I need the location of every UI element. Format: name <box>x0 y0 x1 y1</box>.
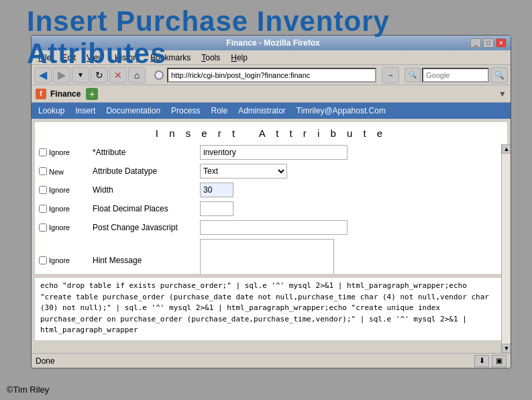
ignore-cell-2: New <box>35 162 89 181</box>
nav-tabs: Lookup Insert Documentation Process Role… <box>32 103 511 119</box>
ignore-checkbox-5[interactable] <box>39 223 47 232</box>
table-row: New Attribute Datatype Text Number Date … <box>35 162 507 181</box>
field-input-width <box>196 181 507 199</box>
status-icon-1[interactable]: ⬇ <box>474 355 489 367</box>
right-scrollbar: ▲ ▼ <box>501 144 511 353</box>
field-input-datatype: Text Number Date Boolean <box>196 162 507 181</box>
ignore-cell-6: Ignore <box>35 237 89 274</box>
page-title: Insert Purchase Inventory Attributes <box>27 5 532 70</box>
field-input-javascript <box>196 218 507 237</box>
ignore-checkbox-6[interactable] <box>39 256 47 264</box>
field-label-float: Float Decimal Places <box>89 199 196 218</box>
float-input[interactable] <box>200 201 233 216</box>
finance-bar-arrow[interactable]: ▼ <box>498 89 507 99</box>
form-title: I n s e r t A t t r i b u t e <box>35 122 507 143</box>
ignore-checkbox-4[interactable] <box>39 205 47 213</box>
console-area: echo "drop table if exists purchase_orde… <box>34 277 508 341</box>
status-icons: ⬇ ▣ <box>474 355 507 367</box>
status-bar: Done ⬇ ▣ <box>32 353 511 368</box>
finance-label: Finance <box>50 89 81 99</box>
ignore-label-6: Ignore <box>49 256 70 264</box>
status-text: Done <box>36 356 55 366</box>
field-label-width: Width <box>89 181 196 199</box>
finance-bar: f Finance + ▼ <box>32 85 511 103</box>
ignore-checkbox-3[interactable] <box>39 186 47 194</box>
tab-administrator[interactable]: Administrator <box>235 105 288 117</box>
table-row: Ignore Width <box>35 181 507 199</box>
ignore-cell-3: Ignore <box>35 181 89 199</box>
process-complete: Process complete <box>40 339 502 342</box>
field-label-datatype: Attribute Datatype <box>89 162 196 181</box>
attribute-form: Ignore *Attribute New <box>35 143 507 274</box>
datatype-select[interactable]: Text Number Date Boolean <box>200 164 287 179</box>
finance-icon: f <box>36 89 46 99</box>
table-row: Ignore Float Decimal Places <box>35 199 507 218</box>
attribute-input[interactable] <box>200 145 348 160</box>
width-input[interactable] <box>200 183 233 197</box>
scroll-track[interactable] <box>502 154 511 344</box>
scroll-up-button[interactable]: ▲ <box>502 144 511 154</box>
ignore-checkbox-1[interactable] <box>39 148 47 156</box>
field-label-hint: Hint Message <box>89 237 196 274</box>
tab-timriley[interactable]: Timriley@Appahost.Com <box>294 105 388 117</box>
ignore-label-3: Ignore <box>49 186 70 194</box>
field-input-attribute <box>196 143 507 162</box>
field-input-float <box>196 199 507 218</box>
tab-process[interactable]: Process <box>168 105 203 117</box>
ignore-label-5: Ignore <box>49 223 70 232</box>
add-tab-button[interactable]: + <box>86 88 98 100</box>
status-icon-2[interactable]: ▣ <box>492 355 507 367</box>
ignore-checkbox-2[interactable] <box>39 167 47 175</box>
table-row: Ignore Post Change Javascript <box>35 218 507 237</box>
tab-documentation[interactable]: Documentation <box>103 105 163 117</box>
ignore-cell-5: Ignore <box>35 218 89 237</box>
table-row: Ignore *Attribute <box>35 143 507 162</box>
field-label-javascript: Post Change Javascript <box>89 218 196 237</box>
browser-window: Finance - Mozilla Firefox _ □ ✕ File Edi… <box>31 35 511 368</box>
field-input-hint <box>196 237 507 274</box>
tab-role[interactable]: Role <box>208 105 230 117</box>
scroll-down-button[interactable]: ▼ <box>502 344 511 353</box>
table-row: Ignore Hint Message <box>35 237 507 274</box>
field-label-attribute: *Attribute <box>89 143 196 162</box>
ignore-cell-1: Ignore <box>35 143 89 162</box>
ignore-cell-4: Ignore <box>35 199 89 218</box>
hint-textarea[interactable] <box>200 239 334 274</box>
tab-lookup[interactable]: Lookup <box>36 105 67 117</box>
copyright: ©Tim Riley <box>7 385 49 395</box>
javascript-input[interactable] <box>200 220 348 235</box>
console-text: echo "drop table if exists purchase_orde… <box>40 281 502 336</box>
new-label: New <box>49 167 64 176</box>
tab-insert[interactable]: Insert <box>72 105 98 117</box>
ignore-label-4: Ignore <box>49 205 70 213</box>
content-area: I n s e r t A t t r i b u t e Ignore *At… <box>34 121 508 274</box>
ignore-label-1: Ignore <box>49 148 70 156</box>
